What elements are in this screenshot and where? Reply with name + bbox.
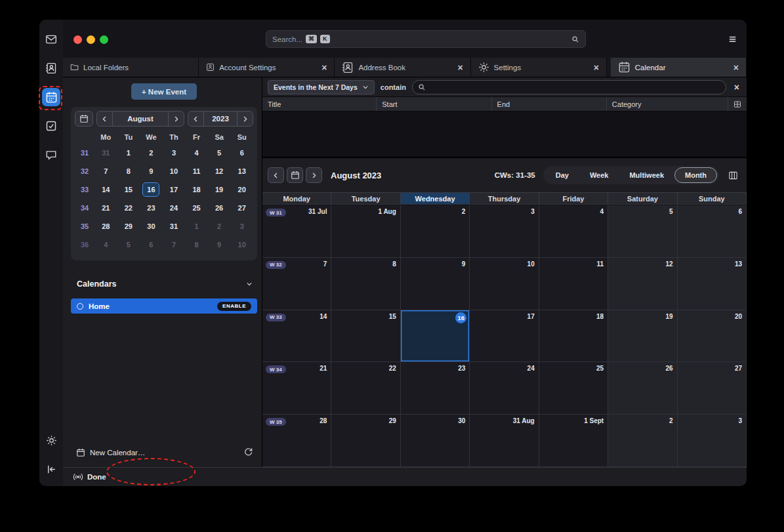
- tab-settings[interactable]: Settings×: [471, 58, 607, 77]
- window-zoom-button[interactable]: [100, 35, 108, 44]
- month-day-cell[interactable]: 3: [678, 415, 747, 467]
- month-day-cell[interactable]: 25: [539, 362, 608, 415]
- column-picker-button[interactable]: [728, 97, 747, 111]
- month-day-cell[interactable]: W 327: [262, 258, 331, 310]
- close-filter-button[interactable]: ×: [732, 82, 741, 92]
- view-button-week[interactable]: Week: [579, 167, 619, 183]
- rotate-view-button[interactable]: [728, 171, 738, 180]
- mini-calendar-day[interactable]: 15: [117, 180, 140, 199]
- month-day-cell[interactable]: 1 Aug: [331, 205, 400, 258]
- month-day-cell[interactable]: 22: [331, 362, 400, 415]
- mini-calendar-day[interactable]: 20: [230, 180, 253, 199]
- mini-calendar-day[interactable]: 26: [208, 199, 231, 217]
- close-icon[interactable]: ×: [457, 62, 463, 73]
- mini-calendar-day[interactable]: 7: [163, 235, 186, 254]
- mini-calendar-day[interactable]: 7: [94, 162, 117, 180]
- new-event-button[interactable]: + New Event: [131, 83, 197, 100]
- mini-calendar-day[interactable]: 12: [208, 162, 231, 180]
- month-day-cell[interactable]: W 3314: [262, 310, 331, 363]
- mini-calendar-today-button[interactable]: [75, 111, 93, 127]
- mini-calendar-day[interactable]: 9: [208, 235, 231, 254]
- close-icon[interactable]: ×: [594, 62, 599, 73]
- tab-address-book[interactable]: Address Book×: [335, 58, 470, 77]
- month-header-monday[interactable]: Monday: [262, 193, 331, 204]
- month-day-cell[interactable]: 24: [470, 362, 539, 415]
- month-day-cell[interactable]: 27: [678, 362, 747, 415]
- mini-calendar-day[interactable]: 5: [208, 144, 231, 162]
- month-day-cell[interactable]: 23: [401, 362, 470, 415]
- rail-item-calendar[interactable]: [42, 88, 60, 106]
- mini-calendar-day[interactable]: 11: [185, 162, 208, 180]
- mini-calendar-day[interactable]: 31: [94, 144, 117, 162]
- window-close-button[interactable]: [73, 35, 82, 44]
- close-icon[interactable]: ×: [733, 62, 739, 73]
- next-month-button[interactable]: [168, 112, 184, 126]
- next-period-button[interactable]: [306, 167, 322, 183]
- event-range-dropdown[interactable]: Events in the Next 7 Days: [268, 80, 375, 94]
- close-icon[interactable]: ×: [321, 62, 327, 73]
- mini-calendar-day[interactable]: 4: [185, 144, 208, 162]
- view-button-multiweek[interactable]: Multiweek: [619, 167, 674, 183]
- month-day-cell[interactable]: 29: [331, 415, 400, 467]
- mini-calendar-day[interactable]: 6: [140, 235, 163, 254]
- mini-calendar-day[interactable]: 2: [208, 217, 231, 235]
- month-day-cell[interactable]: W 3131 Jul: [262, 205, 331, 258]
- view-button-day[interactable]: Day: [545, 167, 579, 183]
- prev-year-button[interactable]: [188, 112, 204, 126]
- mini-calendar-day[interactable]: 19: [208, 180, 231, 199]
- event-column-category[interactable]: Category: [607, 97, 728, 111]
- rail-item-collapse[interactable]: [42, 460, 60, 478]
- month-day-cell[interactable]: 3: [470, 205, 539, 258]
- month-day-cell[interactable]: 12: [608, 258, 677, 310]
- event-column-title[interactable]: Title: [262, 97, 377, 111]
- mini-calendar-day[interactable]: 30: [140, 217, 163, 235]
- month-header-tuesday[interactable]: Tuesday: [331, 193, 400, 204]
- go-to-today-button[interactable]: [287, 167, 303, 183]
- month-day-cell[interactable]: 16: [401, 310, 470, 363]
- month-day-cell[interactable]: 17: [470, 310, 539, 363]
- month-day-cell[interactable]: 5: [608, 205, 677, 258]
- month-header-friday[interactable]: Friday: [539, 193, 608, 204]
- rail-item-settings[interactable]: [42, 431, 60, 449]
- mini-calendar-day[interactable]: 17: [163, 180, 186, 199]
- mini-calendar-day[interactable]: 24: [163, 199, 186, 217]
- month-day-cell[interactable]: 2: [608, 415, 677, 467]
- month-day-cell[interactable]: 19: [608, 310, 677, 363]
- mini-calendar-day[interactable]: 5: [117, 235, 140, 254]
- month-day-cell[interactable]: 15: [331, 310, 400, 363]
- window-minimize-button[interactable]: [87, 35, 95, 44]
- month-day-cell[interactable]: 2: [401, 205, 470, 258]
- rail-item-mail[interactable]: [42, 30, 60, 49]
- event-column-end[interactable]: End: [492, 97, 607, 111]
- mini-calendar-day[interactable]: 23: [140, 199, 163, 217]
- mini-calendar-day[interactable]: 27: [230, 199, 253, 217]
- event-filter-search-input[interactable]: [412, 80, 726, 94]
- month-day-cell[interactable]: W 3528: [262, 415, 331, 467]
- month-day-cell[interactable]: 10: [470, 258, 539, 310]
- mini-calendar-day[interactable]: 3: [163, 144, 186, 162]
- tab-account-settings[interactable]: Account Settings×: [199, 58, 335, 77]
- previous-period-button[interactable]: [268, 167, 284, 183]
- month-day-cell[interactable]: 1 Sept: [539, 415, 608, 467]
- prev-month-button[interactable]: [97, 112, 113, 126]
- month-day-cell[interactable]: 13: [678, 258, 747, 310]
- mini-calendar-day[interactable]: 8: [185, 235, 208, 254]
- tab-calendar[interactable]: Calendar×: [611, 58, 747, 77]
- month-day-cell[interactable]: 4: [539, 205, 608, 258]
- rail-item-chat[interactable]: [42, 146, 60, 164]
- mini-calendar-day[interactable]: 29: [117, 217, 140, 235]
- month-day-cell[interactable]: 6: [678, 205, 747, 258]
- mini-calendar-day[interactable]: 9: [140, 162, 163, 180]
- month-day-cell[interactable]: W 3421: [262, 362, 331, 415]
- month-header-saturday[interactable]: Saturday: [608, 193, 677, 204]
- mini-calendar-day[interactable]: 18: [185, 180, 208, 199]
- month-day-cell[interactable]: 20: [678, 310, 747, 363]
- month-day-cell[interactable]: 31 Aug: [470, 415, 539, 467]
- month-day-cell[interactable]: 8: [331, 258, 400, 310]
- rail-item-tasks[interactable]: [42, 117, 60, 135]
- rail-item-address-book[interactable]: [42, 59, 60, 77]
- mini-calendar-day[interactable]: 4: [94, 235, 117, 254]
- mini-calendar-day[interactable]: 6: [230, 144, 253, 162]
- mini-calendar-day[interactable]: 1: [185, 217, 208, 235]
- mini-calendar-day[interactable]: 10: [230, 235, 253, 254]
